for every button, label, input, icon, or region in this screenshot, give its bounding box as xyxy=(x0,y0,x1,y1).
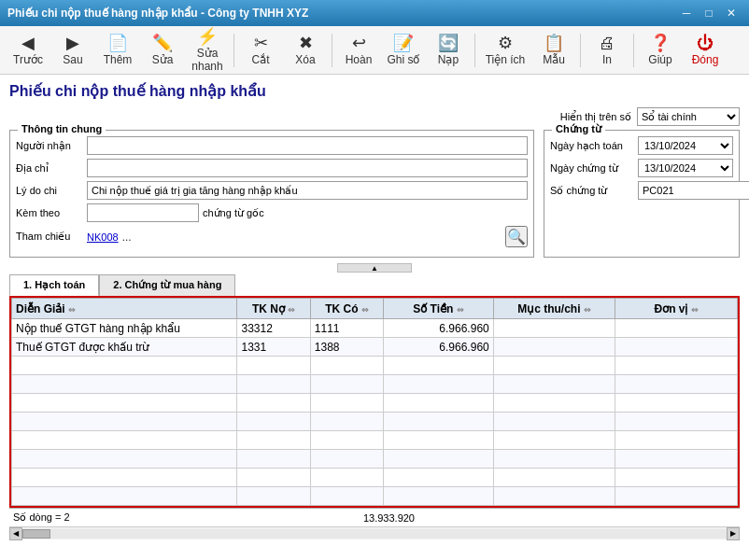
cell-tk-no-2: 1331 xyxy=(237,338,310,357)
quickedit-label: Sửa nhanh xyxy=(187,47,228,73)
separator-1 xyxy=(233,34,234,67)
print-icon: 🖨 xyxy=(599,35,615,51)
add-button[interactable]: 📄 Thêm xyxy=(97,30,138,71)
add-icon: 📄 xyxy=(107,35,128,51)
tab-hach-toan[interactable]: 1. Hạch toán xyxy=(9,274,99,296)
back-icon: ◀ xyxy=(21,35,35,51)
table-row[interactable]: Thuế GTGT được khấu trừ 1331 1388 6.966.… xyxy=(12,338,738,357)
dia-chi-label: Địa chỉ xyxy=(16,162,83,175)
undo-icon: ↩ xyxy=(352,35,366,51)
ngay-hach-toan-select[interactable]: 13/10/2024 xyxy=(638,136,733,155)
cell-dien-giai-2: Thuế GTGT được khấu trừ xyxy=(12,338,237,357)
cell-so-tien-2: 6.966.960 xyxy=(384,338,494,357)
ngay-hach-toan-row: Ngày hạch toán 13/10/2024 xyxy=(550,136,733,155)
chung-tu-section: Chứng từ Ngày hạch toán 13/10/2024 Ngày … xyxy=(544,130,740,258)
nguoi-nhan-input[interactable] xyxy=(87,136,528,155)
chung-tu-goc-label: chứng từ gốc xyxy=(203,207,264,219)
col-header-dien-giai: Diễn Giải ⇔ xyxy=(12,299,237,319)
help-label: Giúp xyxy=(648,53,671,66)
reload-button[interactable]: 🔄 Nạp xyxy=(428,30,469,71)
cut-label: Cắt xyxy=(252,53,270,66)
table-container: Diễn Giải ⇔ TK Nợ ⇔ TK Có ⇔ Số Tiền ⇔ xyxy=(9,296,740,508)
separator-3 xyxy=(474,34,475,67)
horizontal-scrollbar: ◀ ▶ xyxy=(9,526,740,539)
tabs-container: 1. Hạch toán 2. Chứng từ mua hàng xyxy=(9,274,740,296)
tools-icon: ⚙ xyxy=(498,35,513,51)
edit-button[interactable]: ✏️ Sửa xyxy=(142,30,183,71)
scroll-right-button[interactable]: ▶ xyxy=(727,527,740,540)
col-header-tk-co: TK Có ⇔ xyxy=(310,299,383,319)
resize-so-tien[interactable]: ⇔ xyxy=(457,305,464,315)
table-row-empty xyxy=(12,469,738,487)
cell-tk-no-1: 33312 xyxy=(237,319,310,338)
scroll-left-button[interactable]: ◀ xyxy=(9,527,22,540)
ly-do-chi-input[interactable] xyxy=(87,181,528,200)
form-section-thong-tin: Thông tin chung Người nhận Địa chỉ Lý do… xyxy=(9,130,534,258)
close-window-button[interactable]: ✕ xyxy=(721,5,742,21)
scroll-up-button[interactable]: ▲ xyxy=(337,263,412,273)
cell-muc-thu-chi-2 xyxy=(493,338,615,357)
back-button[interactable]: ◀ Trước xyxy=(7,30,49,71)
resize-don-vi[interactable]: ⇔ xyxy=(691,305,699,315)
help-button[interactable]: ❓ Giúp xyxy=(640,30,681,71)
note-label: Ghi số xyxy=(387,53,419,66)
data-table: Diễn Giải ⇔ TK Nợ ⇔ TK Có ⇔ Số Tiền ⇔ xyxy=(11,298,738,506)
tools-button[interactable]: ⚙ Tiện ích xyxy=(481,30,530,71)
kem-theo-label: Kèm theo xyxy=(16,207,83,218)
table-row-empty xyxy=(12,375,738,394)
forward-button[interactable]: ▶ Sau xyxy=(52,30,93,71)
separator-2 xyxy=(332,34,332,67)
cut-button[interactable]: ✂ Cắt xyxy=(240,30,281,71)
scroll-track[interactable] xyxy=(22,529,727,539)
quickedit-button[interactable]: ⚡ Sửa nhanh xyxy=(187,30,228,71)
print-button[interactable]: 🖨 In xyxy=(586,30,628,71)
table-row[interactable]: Nộp thuế GTGT hàng nhập khẩu 33312 1111 … xyxy=(12,319,738,338)
tham-chieu-row: Tham chiếu NK008 ... 🔍 xyxy=(16,226,528,247)
scroll-indicator: ▲ xyxy=(9,263,740,273)
col-header-don-vi: Đơn vị ⇔ xyxy=(615,299,738,319)
resize-tk-co[interactable]: ⇔ xyxy=(361,305,369,315)
ngay-chung-tu-label: Ngày chứng từ xyxy=(550,162,634,175)
page-title: Phiếu chi nộp thuế hàng nhập khẩu xyxy=(9,82,740,100)
close-app-button[interactable]: ⏻ Đóng xyxy=(685,30,726,71)
resize-muc-thu-chi[interactable]: ⇔ xyxy=(584,305,591,315)
dia-chi-input[interactable] xyxy=(87,159,528,177)
table-row-empty xyxy=(12,450,738,469)
table-row-empty xyxy=(12,431,738,450)
maximize-button[interactable]: □ xyxy=(699,5,719,21)
so-chung-tu-row: Số chứng từ xyxy=(550,181,733,200)
ngay-chung-tu-row: Ngày chứng từ 13/10/2024 xyxy=(550,159,733,177)
kem-theo-input[interactable] xyxy=(87,203,199,222)
ly-do-chi-row: Lý do chi xyxy=(16,181,528,200)
ngay-chung-tu-select[interactable]: 13/10/2024 xyxy=(638,159,733,177)
tham-chieu-link[interactable]: NK008 xyxy=(87,231,119,243)
total-value: 13.933.920 xyxy=(331,512,415,524)
col-header-muc-thu-chi: Mục thu/chi ⇔ xyxy=(493,299,615,319)
quickedit-icon: ⚡ xyxy=(197,28,218,45)
hienthi-label: Hiển thị trên số xyxy=(560,111,631,123)
toolbar: ◀ Trước ▶ Sau 📄 Thêm ✏️ Sửa ⚡ Sửa nhanh … xyxy=(0,26,749,75)
cut-icon: ✂ xyxy=(254,35,268,51)
cell-don-vi-2 xyxy=(615,338,738,357)
zoom-button[interactable]: 🔍 xyxy=(505,226,528,247)
note-button[interactable]: 📝 Ghi số xyxy=(383,30,424,71)
delete-button[interactable]: ✖ Xóa xyxy=(285,30,326,71)
print-label: In xyxy=(602,53,612,66)
col-header-so-tien: Số Tiền ⇔ xyxy=(384,299,494,319)
cell-don-vi-1 xyxy=(615,319,738,338)
hienthi-select[interactable]: Sổ tài chính xyxy=(637,107,740,126)
minimize-button[interactable]: ─ xyxy=(676,5,697,21)
resize-dien-giai[interactable]: ⇔ xyxy=(68,305,76,315)
template-button[interactable]: 📋 Mẫu xyxy=(533,30,574,71)
scroll-thumb[interactable] xyxy=(22,529,50,539)
so-chung-tu-input[interactable] xyxy=(638,181,749,200)
edit-icon: ✏️ xyxy=(152,35,173,51)
edit-label: Sửa xyxy=(152,53,174,66)
back-label: Trước xyxy=(13,53,43,66)
thong-tin-section-title: Thông tin chung xyxy=(18,123,106,134)
undo-button[interactable]: ↩ Hoàn xyxy=(338,30,379,71)
chung-tu-section-title: Chứng từ xyxy=(552,123,605,135)
forward-icon: ▶ xyxy=(66,35,79,51)
resize-tk-no[interactable]: ⇔ xyxy=(288,305,295,315)
tab-chung-tu[interactable]: 2. Chứng từ mua hàng xyxy=(99,274,235,296)
